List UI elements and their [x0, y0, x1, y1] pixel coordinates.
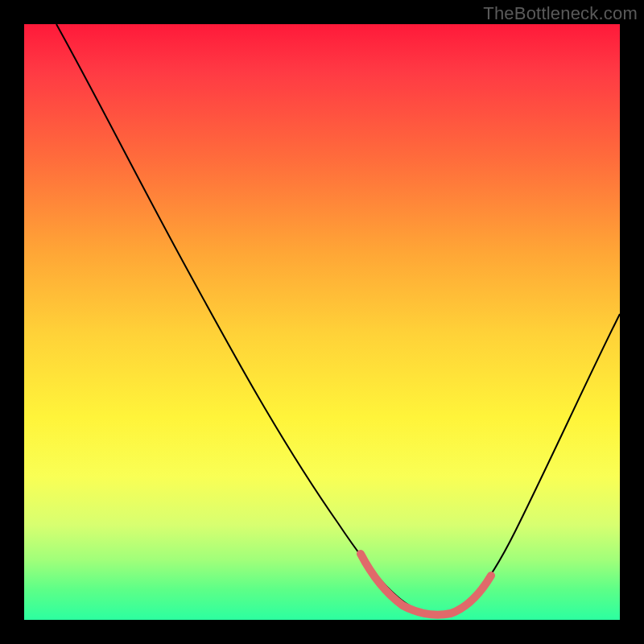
bottleneck-curve: [56, 24, 620, 616]
chart-overlay: [24, 24, 620, 620]
chart-frame: [24, 24, 620, 620]
optimal-zone-highlight: [361, 554, 491, 615]
watermark-text: TheBottleneck.com: [483, 3, 638, 24]
